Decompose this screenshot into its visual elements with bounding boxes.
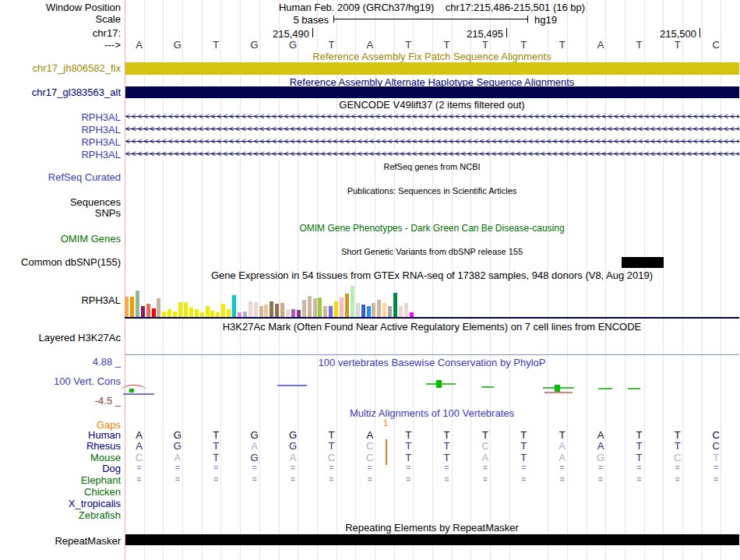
gtex-expression-bar[interactable] [372,303,375,317]
multiz-base[interactable]: T [632,452,646,463]
conservation-mark[interactable] [122,385,146,390]
multiz-base[interactable]: C [132,452,146,463]
publications-sequences-label[interactable]: Sequences [0,197,121,208]
gencode-gene-arrows[interactable]: <<<<<<<<<<<<<<<<<<<<<<<<<<<<<<<<<<<<<<<<… [125,150,739,159]
multiz-base[interactable]: A [555,440,569,452]
multiz-base[interactable]: A [555,452,569,463]
multiz-base[interactable]: T [555,429,569,441]
gtex-expression-bar[interactable] [167,309,171,317]
multiz-base[interactable]: T [709,452,723,463]
gencode-gene-arrows[interactable]: <<<<<<<<<<<<<<<<<<<<<<<<<<<<<<<<<<<<<<<<… [125,112,739,122]
gtex-expression-bar[interactable] [184,302,188,317]
gtex-expression-bar[interactable] [221,304,225,317]
multiz-base[interactable]: C [671,452,685,463]
gtex-expression-bar[interactable] [308,296,312,317]
multiz-species-label-mouse[interactable]: Mouse [0,452,121,463]
gtex-expression-bar[interactable] [195,309,199,317]
multiz-base[interactable]: C [709,440,723,452]
multiz-base[interactable]: T [632,440,646,452]
sequence-base[interactable]: A [363,39,377,51]
multiz-base[interactable]: A [363,429,377,441]
gtex-expression-bar[interactable] [254,302,258,317]
multiz-base[interactable]: G [594,452,608,463]
gtex-expression-bar[interactable] [232,295,236,317]
gtex-expression-bar[interactable] [318,298,322,317]
gtex-expression-bar[interactable] [136,291,139,317]
sequence-base[interactable]: T [209,39,223,51]
gtex-expression-bar[interactable] [264,305,268,317]
multiz-base[interactable]: A [248,440,262,452]
gtex-expression-bar[interactable] [178,302,182,317]
sequence-base[interactable]: T [555,39,569,51]
conservation-mark[interactable] [277,385,307,386]
gtex-expression-bar[interactable] [340,298,344,317]
multiz-species-label-chicken[interactable]: Chicken [0,486,121,498]
repeatmasker-label[interactable]: RepeatMasker [0,536,121,547]
multiz-base[interactable]: A [171,452,185,463]
sequence-base[interactable]: T [478,39,492,51]
gtex-expression-bar[interactable] [404,303,408,317]
sequence-base[interactable]: T [671,39,685,51]
alt-haplotype-bar[interactable] [125,86,739,98]
multiz-base[interactable]: G [286,440,300,452]
conservation-mark[interactable] [544,392,573,393]
gtex-expression-bar[interactable] [334,301,338,317]
conservation-label[interactable]: 100 Vert. Cons [0,376,121,387]
gtex-expression-bar[interactable] [210,311,214,317]
gtex-expression-bar[interactable] [141,306,145,317]
multiz-base[interactable]: T [209,452,223,463]
conservation-mark[interactable] [436,380,442,388]
gtex-expression-bar[interactable] [189,308,193,317]
dbsnp-variant-box[interactable] [622,257,664,268]
gtex-expression-bar[interactable] [200,312,204,317]
gtex-expression-bar[interactable] [173,312,177,317]
refseq-curated-label[interactable]: RefSeq Curated [0,172,121,183]
multiz-base[interactable]: T [209,429,223,441]
gtex-expression-bar[interactable] [216,312,220,317]
gencode-gene-arrows[interactable]: <<<<<<<<<<<<<<<<<<<<<<<<<<<<<<<<<<<<<<<<… [125,137,739,146]
conservation-mark[interactable] [598,388,612,389]
gtex-expression-bar[interactable] [297,310,301,317]
multiz-base[interactable]: A [478,452,492,463]
multiz-base[interactable]: T [516,452,530,463]
sequence-base[interactable]: C [709,39,723,51]
multiz-base[interactable]: T [440,429,454,441]
multiz-base[interactable]: T [671,429,685,441]
conservation-mark[interactable] [555,385,560,392]
gtex-expression-bar[interactable] [248,301,252,317]
sequence-base[interactable]: G [248,39,262,51]
multiz-species-label-elephant[interactable]: Elephant [0,474,121,486]
sequence-base[interactable]: A [594,39,608,51]
gencode-gene-label[interactable]: RPH3AL [0,149,121,160]
gtex-expression-bar[interactable] [157,298,160,317]
multiz-base[interactable]: G [171,429,185,441]
multiz-base[interactable]: T [478,429,492,441]
multiz-base[interactable]: G [171,440,185,452]
multiz-base[interactable]: T [440,440,454,452]
gtex-expression-bar[interactable] [243,312,247,317]
dbsnp-label[interactable]: Common dbSNP(155) [0,257,121,268]
multiz-base[interactable]: T [516,429,530,441]
publications-snps-label[interactable]: SNPs [0,208,121,219]
multiz-base[interactable]: T [401,429,415,441]
multiz-base[interactable]: A [132,429,146,441]
h3k27ac-label[interactable]: Layered H3K27Ac [0,333,121,343]
gtex-expression-bar[interactable] [399,306,403,317]
gtex-expression-bar[interactable] [130,297,134,317]
multiz-base[interactable]: C [324,452,338,463]
gtex-expression-bar[interactable] [152,308,156,317]
gtex-expression-bar[interactable] [367,306,371,317]
multiz-base[interactable]: C [709,429,723,441]
multiz-base[interactable]: A [594,429,608,441]
fix-patch-label[interactable]: chr17_jh806582_fix [0,63,121,74]
multiz-base[interactable]: T [401,452,415,463]
multiz-base[interactable]: T [324,440,338,452]
sequence-base[interactable]: T [401,39,415,51]
multiz-base[interactable]: C [363,440,377,452]
conservation-mark[interactable] [481,386,494,388]
multiz-base[interactable]: T [440,452,454,463]
gencode-gene-label[interactable]: RPH3AL [0,136,121,148]
multiz-base[interactable]: G [248,429,262,441]
gtex-expression-bar[interactable] [351,286,354,317]
gtex-expression-bar[interactable] [206,306,210,317]
